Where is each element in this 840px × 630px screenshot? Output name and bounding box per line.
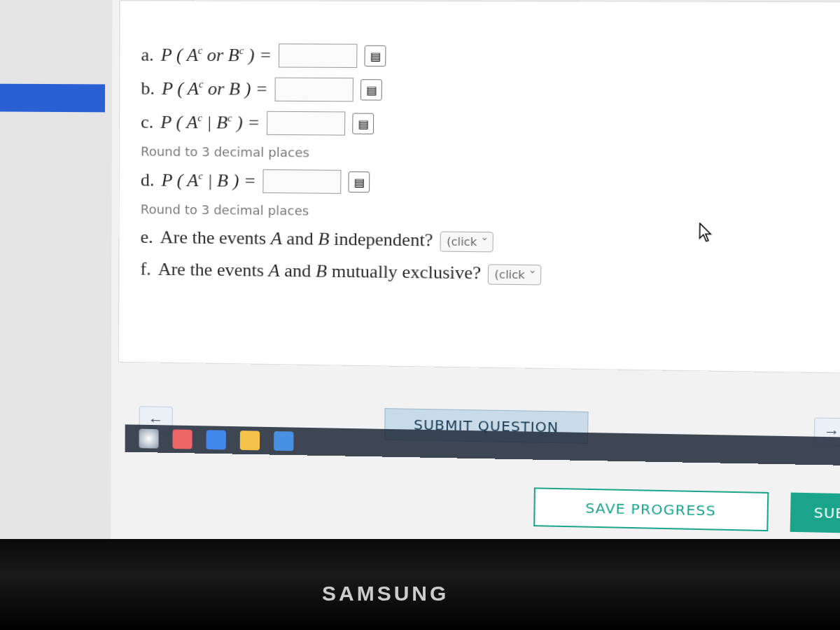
rounding-hint: Round to 3 decimal places xyxy=(141,202,839,223)
question-d: d. P ( Ac | B ) = ▤ xyxy=(141,168,839,198)
part-label: e. xyxy=(141,227,153,248)
question-a: a. P ( Ac or Bc ) = ▤ xyxy=(141,43,840,70)
preview-icon[interactable]: ▤ xyxy=(360,79,382,100)
math-expression: P ( Ac or Bc ) = xyxy=(161,45,272,66)
question-text: Are the events A and B independent? xyxy=(160,227,433,251)
left-sidebar xyxy=(0,0,112,541)
progress-mark xyxy=(0,84,105,113)
answer-input-c[interactable] xyxy=(267,111,345,136)
monitor-bezel: SAMSUNG xyxy=(0,539,840,630)
file-explorer-icon[interactable] xyxy=(240,430,260,450)
save-progress-button[interactable]: SAVE PROGRESS xyxy=(533,487,769,531)
preview-icon[interactable]: ▤ xyxy=(349,172,370,192)
part-label: b. xyxy=(141,78,155,99)
page-actions: SAVE PROGRESS SUB xyxy=(118,472,840,540)
preview-icon[interactable]: ▤ xyxy=(365,46,386,66)
question-e: e. Are the events A and B independent? (… xyxy=(141,226,839,256)
answer-input-d[interactable] xyxy=(263,169,342,194)
screen-area: ) a. P ( Ac or Bc ) = ▤ b. P ( Ac or B )… xyxy=(0,0,840,557)
taskbar-app-icon[interactable] xyxy=(206,430,226,449)
rounding-hint: Round to 3 decimal places xyxy=(141,144,840,164)
cursor-icon xyxy=(699,223,715,247)
exclusive-select[interactable]: (click xyxy=(488,264,542,285)
submit-button[interactable]: SUB xyxy=(790,493,840,534)
math-expression: P ( Ac or B ) = xyxy=(162,78,268,100)
part-label: a. xyxy=(141,45,153,66)
answer-input-a[interactable] xyxy=(279,43,358,68)
part-label: d. xyxy=(141,169,155,190)
preview-icon[interactable]: ▤ xyxy=(352,113,374,134)
question-card: a. P ( Ac or Bc ) = ▤ b. P ( Ac or B ) =… xyxy=(118,0,840,373)
word-icon[interactable] xyxy=(274,431,293,451)
part-label: f. xyxy=(140,259,150,280)
taskbar-app-icon[interactable] xyxy=(172,429,192,449)
question-f: f. Are the events A and B mutually exclu… xyxy=(140,258,837,289)
independent-select[interactable]: (click xyxy=(440,231,493,252)
question-text: Are the events A and B mutually exclusiv… xyxy=(158,259,482,284)
search-icon[interactable] xyxy=(139,429,159,449)
math-expression: P ( Ac | B ) = xyxy=(161,170,255,192)
math-expression: P ( Ac | Bc ) = xyxy=(160,112,260,134)
question-c: c. P ( Ac | Bc ) = ▤ xyxy=(141,111,840,139)
monitor-brand-label: SAMSUNG xyxy=(322,582,449,606)
part-label: c. xyxy=(141,112,153,133)
question-b: b. P ( Ac or B ) = ▤ xyxy=(141,77,840,105)
answer-input-b[interactable] xyxy=(275,78,354,102)
